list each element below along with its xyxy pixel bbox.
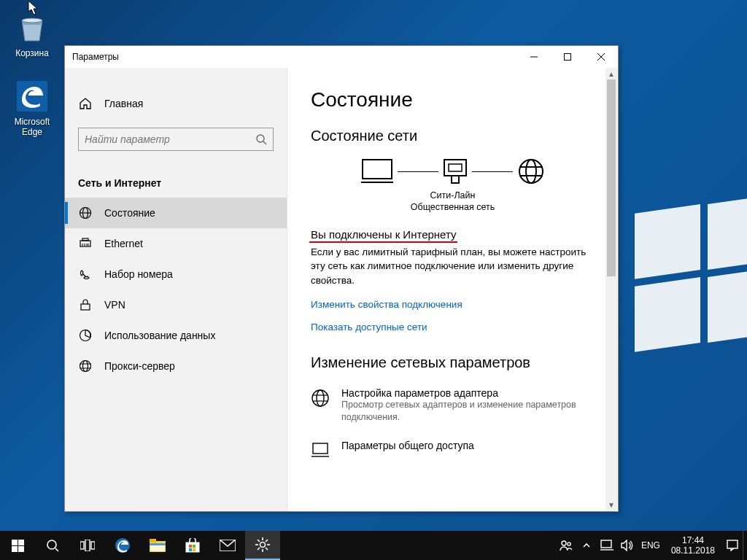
globe-icon bbox=[517, 158, 545, 185]
nav-item-proxy[interactable]: Прокси-сервер bbox=[65, 351, 287, 381]
scroll-down-icon[interactable]: ▼ bbox=[605, 499, 617, 510]
svg-point-6 bbox=[257, 135, 264, 142]
nav-item-label: Использование данных bbox=[104, 330, 215, 341]
pc-icon bbox=[361, 158, 393, 184]
home-icon bbox=[78, 97, 93, 110]
home-label: Главная bbox=[104, 98, 143, 109]
nav-item-status[interactable]: Состояние bbox=[65, 198, 287, 228]
search-button[interactable] bbox=[35, 531, 70, 560]
nav-item-label: VPN bbox=[104, 299, 125, 311]
svg-rect-54 bbox=[193, 545, 196, 548]
nav-item-data-usage[interactable]: Использование данных bbox=[65, 320, 287, 351]
titlebar[interactable]: Параметры bbox=[65, 46, 618, 68]
maximize-button[interactable] bbox=[551, 46, 584, 68]
desktop-icon-edge[interactable]: Microsoft Edge bbox=[4, 79, 60, 137]
cursor-icon bbox=[28, 0, 39, 16]
nav-item-ethernet[interactable]: Ethernet bbox=[65, 228, 287, 259]
clock-time: 17:44 bbox=[671, 535, 715, 545]
tray-chevron-up-icon[interactable] bbox=[576, 531, 597, 560]
settings-window: Параметры Главная Сеть и Интернет bbox=[64, 45, 619, 512]
network-name: Сити-Лайн bbox=[311, 190, 595, 201]
tray-people-icon[interactable] bbox=[556, 531, 576, 560]
desktop-icon-label: Корзина bbox=[4, 48, 60, 58]
clock-date: 08.11.2018 bbox=[671, 545, 715, 556]
tray-volume-icon[interactable] bbox=[617, 531, 638, 560]
search-box[interactable] bbox=[78, 128, 274, 151]
svg-rect-39 bbox=[18, 540, 24, 545]
svg-rect-71 bbox=[727, 540, 738, 548]
svg-rect-55 bbox=[189, 548, 192, 551]
section-title: Сеть и Интернет bbox=[65, 163, 287, 198]
svg-line-63 bbox=[258, 540, 260, 542]
tray-network-icon[interactable] bbox=[597, 531, 617, 560]
nav-item-label: Состояние bbox=[104, 207, 155, 219]
connected-heading: Вы подключены к Интернету bbox=[311, 228, 456, 241]
taskbar: ENG 17:44 08.11.2018 bbox=[0, 531, 747, 560]
taskbar-edge[interactable] bbox=[105, 531, 140, 560]
svg-rect-69 bbox=[601, 540, 611, 548]
data-usage-icon bbox=[78, 329, 93, 342]
option-title: Параметры общего доступа bbox=[341, 440, 474, 451]
nav-item-vpn[interactable]: VPN bbox=[65, 289, 287, 320]
svg-rect-45 bbox=[85, 540, 90, 551]
svg-rect-36 bbox=[313, 443, 328, 454]
svg-rect-46 bbox=[91, 542, 95, 549]
taskbar-mail[interactable] bbox=[210, 531, 245, 560]
vpn-icon bbox=[78, 298, 93, 311]
task-view-button[interactable] bbox=[70, 531, 105, 560]
start-button[interactable] bbox=[0, 531, 35, 560]
svg-rect-23 bbox=[363, 160, 392, 179]
svg-line-65 bbox=[258, 548, 260, 550]
connected-description: Если у вас лимитный тарифный план, вы мо… bbox=[311, 245, 595, 288]
tray-notifications-icon[interactable] bbox=[722, 531, 743, 560]
svg-rect-26 bbox=[452, 176, 459, 183]
network-type: Общественная сеть bbox=[311, 201, 595, 213]
router-icon bbox=[443, 158, 468, 184]
svg-rect-51 bbox=[150, 543, 166, 545]
svg-point-32 bbox=[312, 390, 328, 406]
edge-icon bbox=[15, 79, 50, 114]
page-title: Состояние bbox=[311, 88, 595, 112]
svg-rect-40 bbox=[12, 546, 18, 552]
option-title: Настройка параметров адаптера bbox=[341, 387, 595, 399]
option-description: Просмотр сетевых адаптеров и изменение п… bbox=[341, 399, 595, 424]
tray-language[interactable]: ENG bbox=[638, 531, 664, 560]
close-button[interactable] bbox=[584, 46, 618, 68]
search-icon bbox=[255, 133, 267, 145]
svg-point-68 bbox=[568, 542, 570, 545]
svg-point-20 bbox=[83, 361, 88, 372]
tray-clock[interactable]: 17:44 08.11.2018 bbox=[664, 535, 722, 556]
svg-line-64 bbox=[266, 548, 268, 550]
svg-point-58 bbox=[260, 542, 266, 548]
option-adapter-settings[interactable]: Настройка параметров адаптера Просмотр с… bbox=[311, 387, 595, 424]
link-change-props[interactable]: Изменить свойства подключения bbox=[311, 299, 595, 310]
content-pane: Состояние Состояние сети Сити-Лайн Общес… bbox=[287, 68, 618, 511]
ethernet-icon bbox=[78, 237, 93, 250]
svg-rect-12 bbox=[82, 238, 88, 241]
taskbar-settings[interactable] bbox=[245, 531, 280, 560]
svg-rect-17 bbox=[81, 304, 90, 310]
link-show-networks[interactable]: Показать доступные сети bbox=[311, 322, 595, 332]
sharing-icon bbox=[311, 440, 331, 460]
minimize-button[interactable] bbox=[517, 46, 551, 68]
svg-point-19 bbox=[80, 361, 91, 372]
desktop-icon-recycle-bin[interactable]: Корзина bbox=[4, 10, 60, 58]
search-input[interactable] bbox=[85, 133, 255, 145]
scroll-thumb[interactable] bbox=[607, 79, 616, 276]
scroll-up-icon[interactable]: ▲ bbox=[605, 68, 617, 79]
svg-rect-25 bbox=[444, 160, 466, 176]
svg-rect-41 bbox=[18, 546, 24, 552]
window-title: Параметры bbox=[72, 52, 119, 62]
taskbar-explorer[interactable] bbox=[140, 531, 175, 560]
svg-line-7 bbox=[263, 141, 266, 144]
wallpaper-windows-logo bbox=[635, 204, 747, 350]
svg-rect-11 bbox=[80, 241, 90, 246]
scrollbar[interactable]: ▲ ▼ bbox=[605, 68, 617, 510]
svg-point-28 bbox=[519, 160, 543, 183]
taskbar-store[interactable] bbox=[175, 531, 210, 560]
home-link[interactable]: Главная bbox=[65, 91, 287, 116]
option-sharing-settings[interactable]: Параметры общего доступа bbox=[311, 440, 595, 460]
dialup-icon bbox=[78, 268, 93, 281]
show-desktop-button[interactable] bbox=[743, 531, 747, 560]
nav-item-dialup[interactable]: Набор номера bbox=[65, 259, 287, 289]
